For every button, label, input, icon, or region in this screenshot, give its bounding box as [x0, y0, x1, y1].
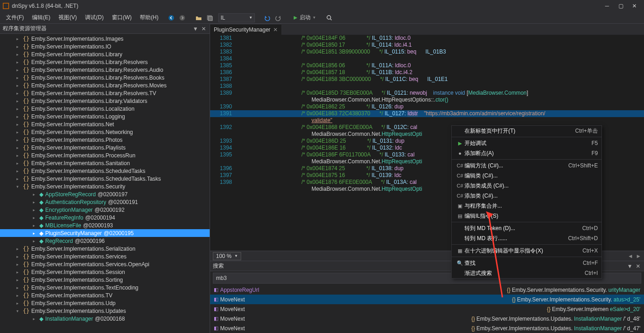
- tree-class[interactable]: ▸◆AuthenticationRepository@02000191: [0, 198, 210, 206]
- minimize-button[interactable]: ─: [600, 1, 614, 11]
- run-button[interactable]: 启动▼: [290, 13, 319, 22]
- titlebar: dnSpy v6.1.8 (64-bit, .NET) ─ ▢ ✕: [0, 0, 644, 12]
- app-icon: [3, 3, 9, 9]
- tree-class[interactable]: ▸◆MBLicenseFile@02000193: [0, 221, 210, 229]
- zoom-select[interactable]: 100 %▼: [213, 252, 241, 260]
- tree-namespace[interactable]: ▸{}Emby.Server.Implementations.Library.R…: [0, 89, 210, 97]
- save-all-button[interactable]: [206, 14, 214, 22]
- panel-close-button[interactable]: ✕: [201, 26, 207, 32]
- tree-namespace[interactable]: ▸{}Emby.Server.Implementations.ProcessRu…: [0, 151, 210, 159]
- tree-namespace[interactable]: ▸{}Emby.Server.Implementations.Serializa…: [0, 245, 210, 252]
- search-result[interactable]: ◧MoveNext{}Emby.Server.Implementations.U…: [210, 323, 644, 333]
- tree-namespace[interactable]: ▸{}Emby.Server.Implementations.Sanitatio…: [0, 159, 210, 167]
- maximize-button[interactable]: ▢: [614, 1, 628, 11]
- panel-dropdown-button[interactable]: ▼: [627, 263, 633, 269]
- panel-header: 程序集资源管理器 ▼ ✕: [0, 24, 210, 34]
- nav-back-button[interactable]: [167, 14, 175, 22]
- context-menu-item[interactable]: 在新标签页中打开(T)Ctrl+单击: [452, 126, 602, 136]
- redo-button[interactable]: [274, 14, 282, 22]
- tree-namespace[interactable]: ▸{}Emby.Server.Implementations.Playlists: [0, 144, 210, 151]
- menu-view[interactable]: 视图(V): [54, 12, 81, 23]
- search-result[interactable]: ◧MoveNext{}Emby.Server.Implementations.U…: [210, 314, 644, 323]
- context-menu-item[interactable]: 转到 MD 表行......Ctrl+Shift+D: [452, 233, 602, 243]
- tree-namespace[interactable]: ▸{}Emby.Server.Implementations.Library.V…: [0, 97, 210, 105]
- context-menu-item[interactable]: 渐进式搜索Ctrl+I: [452, 268, 602, 278]
- search-result[interactable]: ◧MoveNext{}Emby.Server.Implementations.S…: [210, 295, 644, 304]
- tree-namespace[interactable]: ▸{}Emby.Server.Implementations.Library.R…: [0, 81, 210, 89]
- language-select[interactable]: IL▼: [218, 13, 255, 22]
- scroll-left-button[interactable]: ◄: [628, 253, 633, 259]
- search-button[interactable]: [325, 14, 333, 22]
- search-result[interactable]: ◧MoveNext{}Emby.Server.ImplemeneSale>d_2…: [210, 304, 644, 314]
- tab-close-button[interactable]: ✕: [273, 27, 278, 33]
- svg-line-6: [330, 19, 332, 20]
- tree-namespace[interactable]: ▾{}Emby.Server.Implementations.Security: [0, 183, 210, 190]
- tree-namespace[interactable]: ▸{}Emby.Server.Implementations.Library.R…: [0, 74, 210, 81]
- tree-namespace[interactable]: ▸{}Emby.Server.Implementations.Scheduled…: [0, 175, 210, 183]
- tree-class[interactable]: ▸◆EncryptionManager@02000192: [0, 206, 210, 214]
- tree-namespace[interactable]: ▸{}Emby.Server.Implementations.Sorting: [0, 276, 210, 284]
- menu-edit[interactable]: 编辑(E): [28, 12, 54, 23]
- tree-namespace[interactable]: ▸{}Emby.Server.Implementations.Library: [0, 50, 210, 58]
- context-menu-item[interactable]: ▣与程序集合并...: [452, 201, 602, 211]
- svg-point-5: [327, 16, 331, 19]
- tree-namespace[interactable]: ▸{}Emby.Server.Implementations.Library.R…: [0, 58, 210, 66]
- tree-namespace[interactable]: ▾{}Emby.Server.Implementations.Updates: [0, 307, 210, 315]
- nav-fwd-button[interactable]: [178, 14, 186, 22]
- panel-close-button[interactable]: ✕: [635, 263, 641, 269]
- tree-namespace[interactable]: ▸{}Emby.Server.Implementations.Localizat…: [0, 105, 210, 113]
- context-menu-item[interactable]: 🔍查找Ctrl+F: [452, 258, 602, 268]
- tree-namespace[interactable]: ▸{}Emby.Server.Implementations.Networkin…: [0, 128, 210, 136]
- tree-namespace[interactable]: ▸{}Emby.Server.Implementations.TV: [0, 291, 210, 299]
- tree-class[interactable]: ▸◆RegRecord@02000196: [0, 237, 210, 245]
- tree-class[interactable]: ▸◆InstallationManager@02000168: [0, 315, 210, 322]
- tree-namespace[interactable]: ▸{}Emby.Server.Implementations.Images: [0, 35, 210, 43]
- context-menu-item[interactable]: C#添加类 (C#)...: [452, 191, 602, 201]
- context-menu-item[interactable]: ▶开始调试F5: [452, 138, 602, 148]
- context-menu-item[interactable]: C#添加类成员 (C#)...: [452, 181, 602, 191]
- editor-tab[interactable]: PluginSecurityManager ✕: [210, 24, 281, 35]
- tree-namespace[interactable]: ▸{}Emby.Server.Implementations.TextEncod…: [0, 284, 210, 291]
- panel-dropdown-button[interactable]: ▼: [192, 26, 199, 32]
- tree[interactable]: ▸{}Emby.Server.Implementations.Images▸{}…: [0, 34, 210, 333]
- tree-namespace[interactable]: ▸{}Emby.Server.Implementations.Library.R…: [0, 66, 210, 74]
- search-result[interactable]: ◧AppstoreRegUrl{}Emby.Server.Implementat…: [210, 285, 644, 295]
- tree-class[interactable]: ▸◆FeatureRegInfo@02000194: [0, 214, 210, 221]
- context-menu-item[interactable]: ▤编辑IL指令(S): [452, 211, 602, 221]
- context-menu-item[interactable]: 转到 MD Token (D)...Ctrl+D: [452, 223, 602, 233]
- open-button[interactable]: [195, 14, 203, 22]
- menu-debug[interactable]: 调试(D): [81, 12, 108, 23]
- undo-button[interactable]: [263, 14, 271, 22]
- tree-namespace[interactable]: ▸{}Emby.Server.Implementations.Services.…: [0, 260, 210, 268]
- svg-point-1: [169, 15, 174, 21]
- assembly-explorer: 程序集资源管理器 ▼ ✕ ▸{}Emby.Server.Implementati…: [0, 24, 210, 333]
- menubar: 文件(F) 编辑(E) 视图(V) 调试(D) 窗口(W) 帮助(H) IL▼ …: [0, 12, 644, 24]
- editor-tabs: PluginSecurityManager ✕: [210, 24, 644, 35]
- menu-window[interactable]: 窗口(W): [108, 12, 136, 23]
- context-menu-item[interactable]: ▦在十六进制编辑器中显示指令(X)Ctrl+X: [452, 246, 602, 256]
- tree-namespace[interactable]: ▸{}Emby.Server.Implementations.Logging: [0, 113, 210, 120]
- tree-namespace[interactable]: ▸{}Emby.Server.Implementations.Services: [0, 252, 210, 260]
- context-menu: 在新标签页中打开(T)Ctrl+单击▶开始调试F5●添加断点(A)F9C#编辑方…: [451, 125, 602, 279]
- tree-namespace[interactable]: ▸{}Emby.Server.Implementations.Session: [0, 268, 210, 276]
- tree-namespace[interactable]: ▸{}Emby.Server.Implementations.Scheduled…: [0, 167, 210, 175]
- context-menu-item[interactable]: C#编辑方法 (C#)...Ctrl+Shift+E: [452, 161, 602, 171]
- tree-namespace[interactable]: ▸{}Emby.Server.Implementations.Udp: [0, 299, 210, 307]
- menu-file[interactable]: 文件(F): [2, 12, 28, 23]
- tree-namespace[interactable]: ▸{}Emby.Server.Implementations.Net: [0, 120, 210, 128]
- tree-namespace[interactable]: ▸{}Emby.Server.Implementations.IO: [0, 43, 210, 50]
- svg-rect-4: [208, 16, 212, 21]
- window-title: dnSpy v6.1.8 (64-bit, .NET): [12, 3, 600, 9]
- context-menu-item[interactable]: ●添加断点(A)F9: [452, 148, 602, 158]
- tree-class[interactable]: ▸◆AppStoreRegRecord@02000197: [0, 190, 210, 198]
- scroll-right-button[interactable]: ►: [636, 253, 641, 259]
- svg-rect-0: [3, 3, 9, 9]
- svg-point-2: [179, 15, 185, 21]
- tree-namespace[interactable]: ▸{}Emby.Server.Implementations.Photos: [0, 136, 210, 144]
- context-menu-item[interactable]: C#编辑类 (C#)...: [452, 171, 602, 181]
- menu-help[interactable]: 帮助(H): [136, 12, 163, 23]
- tree-class[interactable]: ▸◆PluginSecurityManager@02000195: [0, 229, 210, 237]
- close-button[interactable]: ✕: [628, 1, 641, 11]
